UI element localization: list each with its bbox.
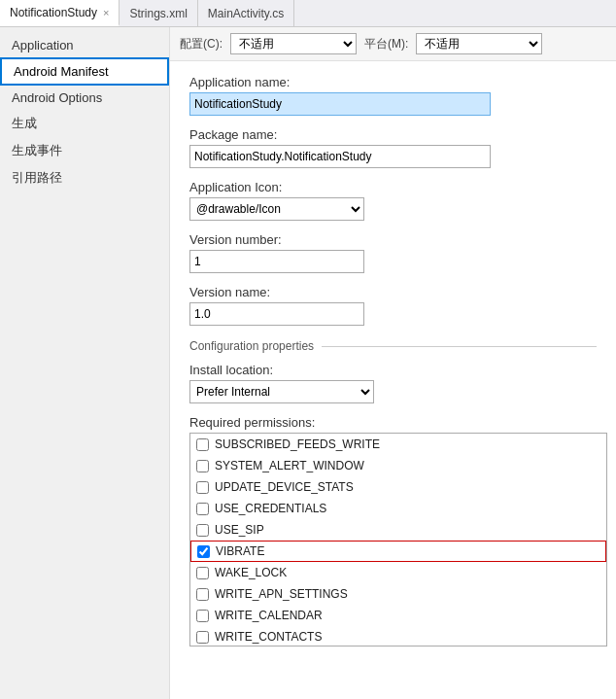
version-name-input[interactable] [189, 302, 364, 326]
app-icon-label: Application Icon: [189, 180, 597, 194]
perm-label-vibrate: VIBRATE [216, 544, 264, 558]
platform-select[interactable]: 不适用 [416, 33, 542, 54]
perm-item-vibrate: VIBRATE [190, 541, 606, 562]
content-area: 配置(C): 不适用 平台(M): 不适用 Application name: … [170, 27, 616, 699]
perm-checkbox-use_sip[interactable] [196, 524, 209, 537]
tab-bar: NotificationStudy × Strings.xml MainActi… [0, 0, 616, 27]
platform-label: 平台(M): [364, 36, 408, 52]
tab-main[interactable]: MainActivity.cs [198, 0, 294, 26]
sidebar-item-android-manifest[interactable]: Android Manifest [0, 57, 169, 86]
perm-item-use_sip: USE_SIP [190, 519, 606, 541]
perm-label-write_contacts: WRITE_CONTACTS [215, 630, 322, 644]
tab-strings-label: Strings.xml [129, 7, 187, 20]
install-location-label: Install location: [189, 363, 597, 377]
perm-checkbox-use_credentials[interactable] [196, 503, 209, 515]
perm-label-write_calendar: WRITE_CALENDAR [215, 609, 323, 622]
perm-item-subscribed_feeds_write: SUBSCRIBED_FEEDS_WRITE [190, 434, 606, 455]
perm-checkbox-update_device_stats[interactable] [196, 481, 209, 494]
config-label: 配置(C): [180, 36, 222, 52]
app-icon-select[interactable]: @drawable/Icon [189, 197, 364, 221]
perm-item-write_apn_settings: WRITE_APN_SETTINGS [190, 583, 606, 605]
perm-label-use_sip: USE_SIP [215, 523, 264, 537]
perm-label-subscribed_feeds_write: SUBSCRIBED_FEEDS_WRITE [215, 437, 380, 451]
sidebar-item-build[interactable]: 生成 [0, 110, 169, 137]
package-name-label: Package name: [189, 127, 597, 142]
config-props-divider: Configuration properties [189, 339, 597, 353]
perm-label-wake_lock: WAKE_LOCK [215, 566, 287, 579]
tab-manifest[interactable]: NotificationStudy × [0, 0, 120, 26]
sidebar: Application Android Manifest Android Opt… [0, 27, 170, 699]
version-number-input[interactable] [189, 250, 364, 273]
install-location-group: Install location: AutoPrefer InternalFor… [189, 363, 597, 403]
config-select[interactable]: 不适用 [230, 33, 357, 54]
permissions-label: Required permissions: [189, 415, 597, 430]
sidebar-item-application[interactable]: Application [0, 33, 169, 57]
perm-item-update_device_stats: UPDATE_DEVICE_STATS [190, 476, 606, 498]
tab-strings[interactable]: Strings.xml [120, 0, 197, 26]
main-layout: Application Android Manifest Android Opt… [0, 27, 616, 699]
perm-item-use_credentials: USE_CREDENTIALS [190, 498, 606, 519]
perm-checkbox-wake_lock[interactable] [196, 567, 209, 579]
app-name-label: Application name: [189, 75, 597, 89]
perm-checkbox-write_apn_settings[interactable] [196, 588, 209, 601]
perm-checkbox-subscribed_feeds_write[interactable] [196, 438, 209, 451]
version-name-label: Version name: [189, 285, 597, 299]
sidebar-item-ref-paths[interactable]: 引用路径 [0, 164, 169, 192]
perm-checkbox-vibrate[interactable] [197, 545, 210, 558]
perm-checkbox-write_contacts[interactable] [196, 631, 209, 644]
perm-item-wake_lock: WAKE_LOCK [190, 562, 606, 583]
version-number-group: Version number: [189, 232, 597, 273]
app-icon-group: Application Icon: @drawable/Icon [189, 180, 597, 221]
version-number-label: Version number: [189, 232, 597, 247]
perm-item-write_contacts: WRITE_CONTACTS [190, 626, 606, 647]
perm-label-write_apn_settings: WRITE_APN_SETTINGS [215, 587, 348, 601]
sidebar-item-build-events[interactable]: 生成事件 [0, 137, 169, 164]
sidebar-item-android-options[interactable]: Android Options [0, 86, 169, 110]
perm-label-use_credentials: USE_CREDENTIALS [215, 502, 326, 515]
perm-item-system_alert_window: SYSTEM_ALERT_WINDOW [190, 455, 606, 476]
tab-manifest-close[interactable]: × [103, 7, 109, 18]
tab-manifest-label: NotificationStudy [10, 6, 97, 19]
app-name-group: Application name: [189, 75, 597, 116]
perm-checkbox-system_alert_window[interactable] [196, 460, 209, 472]
package-name-group: Package name: [189, 127, 597, 168]
app-name-input[interactable] [189, 92, 491, 116]
permissions-list: SUBSCRIBED_FEEDS_WRITESYSTEM_ALERT_WINDO… [189, 433, 607, 647]
package-name-input[interactable] [189, 145, 491, 168]
form-area: Application name: Package name: Applicat… [170, 61, 616, 672]
config-props-label: Configuration properties [189, 339, 314, 353]
toolbar: 配置(C): 不适用 平台(M): 不适用 [170, 27, 616, 61]
perm-checkbox-write_calendar[interactable] [196, 610, 209, 622]
install-location-select[interactable]: AutoPrefer InternalForce InternalPrefer … [189, 380, 374, 403]
version-name-group: Version name: [189, 285, 597, 326]
perm-item-write_calendar: WRITE_CALENDAR [190, 605, 606, 626]
perm-label-system_alert_window: SYSTEM_ALERT_WINDOW [215, 459, 364, 472]
divider-line [322, 346, 597, 347]
tab-main-label: MainActivity.cs [208, 7, 284, 20]
permissions-group: Required permissions: SUBSCRIBED_FEEDS_W… [189, 415, 597, 647]
perm-label-update_device_stats: UPDATE_DEVICE_STATS [215, 480, 354, 494]
